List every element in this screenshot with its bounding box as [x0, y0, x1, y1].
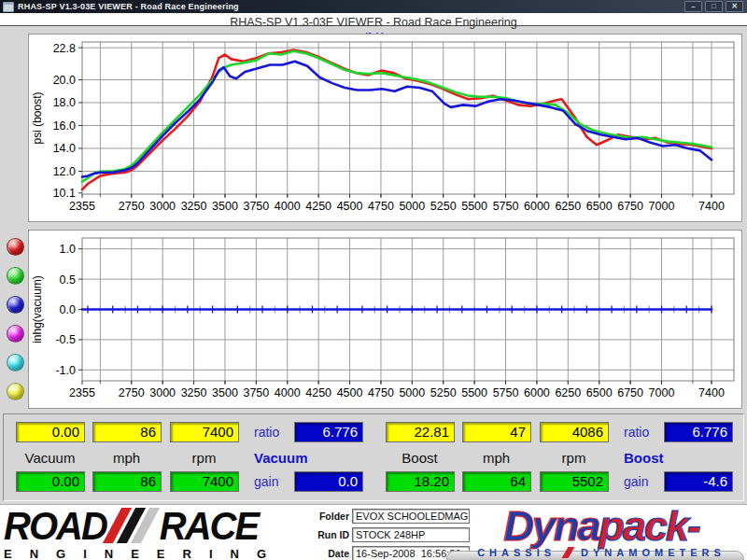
svg-text:4750: 4750 — [368, 386, 394, 399]
svg-text:4500: 4500 — [337, 200, 363, 213]
road-race-logo-word2: RACE — [160, 503, 258, 547]
road-race-logo-sub: ENGINEERING — [4, 547, 312, 560]
svg-text:0.5: 0.5 — [60, 273, 76, 287]
ratio-value: 6.776 — [664, 422, 733, 442]
svg-text:-1.0: -1.0 — [55, 364, 76, 377]
svg-text:inhg(vacuum): inhg(vacuum) — [31, 275, 44, 343]
svg-text:3750: 3750 — [243, 200, 269, 213]
dynapack-logo: Dynapack- CHASSIS DYNAMOMETERS — [461, 506, 741, 558]
footer: ROAD RACE ENGINEERING Folder EVOX SCHOOL… — [0, 504, 747, 560]
mph-column-label: mph — [92, 450, 161, 466]
svg-text:4000: 4000 — [275, 386, 301, 399]
dynapack-logo-part1: Dyna — [503, 502, 599, 550]
run-id-label: Run ID — [312, 529, 349, 540]
svg-text:5000: 5000 — [399, 386, 425, 399]
road-race-stripes-icon — [112, 508, 154, 543]
svg-text:4750: 4750 — [368, 200, 394, 213]
maximize-button[interactable]: □ — [705, 1, 723, 12]
minimize-button[interactable]: – — [684, 1, 702, 12]
rpm-cursor1-value: 7400 — [170, 422, 239, 442]
svg-text:3250: 3250 — [181, 200, 207, 213]
boost-chart: 2355275030003250350037504000425045004750… — [29, 35, 740, 219]
svg-text:3500: 3500 — [212, 200, 238, 213]
svg-text:4250: 4250 — [305, 386, 331, 399]
app-icon — [3, 2, 14, 12]
vacuum-readout-group: 0.00 86 7400 ratio 6.776 Vacuum mph rpm … — [4, 414, 374, 500]
gain-value: -4.6 — [664, 471, 733, 492]
svg-text:2750: 2750 — [119, 200, 145, 213]
rpm-cursor1-value: 4086 — [540, 422, 609, 442]
svg-text:6500: 6500 — [586, 386, 613, 399]
rpm-cursor2-value: 5502 — [540, 471, 609, 492]
folder-label: Folder — [312, 511, 349, 522]
viewer-window: RHAS-SP V1.3-03E VIEWER - Road Race Engi… — [0, 0, 747, 560]
svg-text:6000: 6000 — [524, 386, 550, 399]
color-button-column — [7, 238, 25, 412]
svg-text:2750: 2750 — [119, 386, 145, 399]
svg-text:3750: 3750 — [243, 386, 269, 399]
gain-value: 0.0 — [294, 471, 363, 492]
svg-text:5250: 5250 — [430, 200, 457, 213]
svg-text:6250: 6250 — [555, 386, 581, 399]
window-title: RHAS-SP V1.3-03E VIEWER - Road Race Engi… — [18, 2, 239, 11]
svg-text:0.0: 0.0 — [60, 303, 76, 316]
dynapack-tagline-chassis: CHASSIS — [477, 547, 556, 558]
dynapack-logo-part2: pack- — [599, 502, 699, 550]
svg-text:3000: 3000 — [149, 200, 176, 213]
svg-text:18.0: 18.0 — [53, 96, 76, 109]
run-id-field[interactable]: STOCK 248HP — [352, 527, 470, 542]
svg-text:14.0: 14.0 — [53, 142, 76, 155]
road-race-logo: ROAD RACE ENGINEERING — [4, 505, 312, 560]
svg-text:7400: 7400 — [698, 386, 725, 399]
svg-text:7000: 7000 — [649, 200, 675, 213]
ratio-label: ratio — [254, 425, 279, 440]
boost-section-label: Boost — [624, 450, 664, 466]
color-button-red[interactable] — [7, 238, 24, 256]
svg-text:10.1: 10.1 — [53, 187, 76, 200]
svg-text:4500: 4500 — [337, 386, 363, 399]
titlebar: RHAS-SP V1.3-03E VIEWER - Road Race Engi… — [0, 0, 747, 13]
rpm-column-label: rpm — [170, 450, 238, 466]
vacuum-column-label: Vacuum — [16, 450, 84, 466]
dynapack-tagline-dynos: DYNAMOMETERS — [581, 547, 726, 558]
svg-text:6750: 6750 — [617, 200, 643, 213]
gain-label: gain — [624, 474, 648, 489]
color-button-cyan[interactable] — [7, 354, 24, 371]
svg-text:3000: 3000 — [149, 386, 176, 399]
vacuum-cursor1-value: 0.00 — [16, 422, 85, 442]
vacuum-chart: 2355275030003250350037504000425045004750… — [29, 231, 740, 406]
road-race-logo-word1: ROAD — [4, 503, 106, 547]
svg-text:12.0: 12.0 — [53, 165, 76, 178]
folder-field[interactable]: EVOX SCHOOLEDMAG — [352, 509, 470, 524]
svg-text:5500: 5500 — [461, 386, 487, 399]
color-button-yellow[interactable] — [7, 383, 24, 400]
mph-column-label: mph — [462, 450, 530, 466]
svg-text:2355: 2355 — [69, 386, 95, 399]
svg-text:5500: 5500 — [461, 200, 487, 213]
ratio-value: 6.776 — [294, 422, 363, 442]
mph-cursor1-value: 47 — [462, 422, 531, 442]
vacuum-chart-panel: 2355275030003250350037504000425045004750… — [28, 230, 742, 409]
color-button-green[interactable] — [7, 267, 24, 285]
svg-text:6750: 6750 — [617, 386, 643, 399]
vacuum-section-label: Vacuum — [254, 450, 308, 466]
header: RHAS-SP V1.3-03E VIEWER - Road Race Engi… — [0, 13, 747, 26]
color-button-blue[interactable] — [7, 296, 24, 314]
svg-text:5750: 5750 — [493, 386, 519, 399]
rpm-cursor2-value: 7400 — [170, 471, 239, 492]
close-button[interactable]: ✕ — [726, 1, 743, 12]
color-button-magenta[interactable] — [7, 325, 24, 343]
svg-text:4250: 4250 — [305, 200, 331, 213]
boost-column-label: Boost — [386, 450, 454, 466]
gain-label: gain — [254, 474, 278, 489]
svg-text:5000: 5000 — [399, 200, 425, 213]
ratio-label: ratio — [624, 425, 649, 440]
svg-text:16.0: 16.0 — [53, 119, 76, 133]
mph-cursor1-value: 86 — [92, 422, 162, 442]
svg-text:20.0: 20.0 — [53, 74, 76, 87]
svg-text:1.0: 1.0 — [60, 243, 76, 256]
svg-text:22.8: 22.8 — [53, 42, 76, 55]
svg-text:7400: 7400 — [698, 200, 725, 213]
rpm-column-label: rpm — [540, 450, 608, 466]
svg-text:3500: 3500 — [212, 386, 238, 399]
